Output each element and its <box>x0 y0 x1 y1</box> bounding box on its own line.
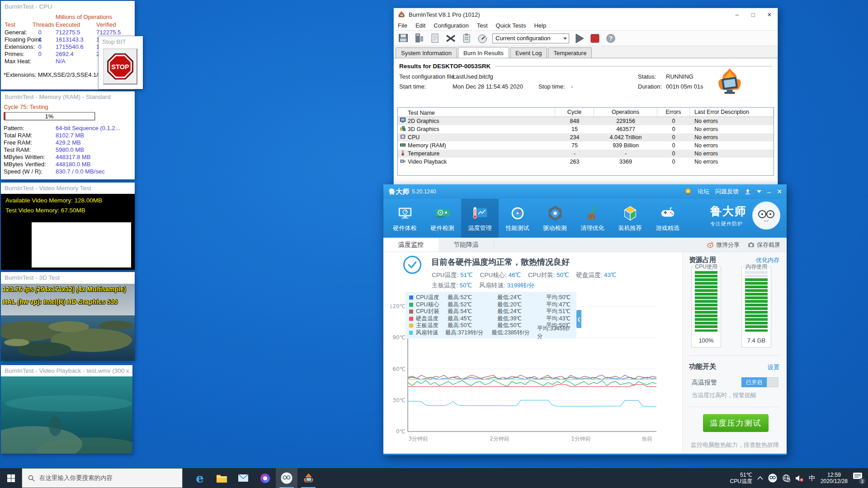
tab-temperature-monitor[interactable]: 温度监控 <box>383 238 439 252</box>
results-heading: Results for DESKTOP-0053SRK <box>399 63 491 70</box>
taskbar-paint3d[interactable] <box>254 468 276 488</box>
tab-temperature[interactable]: Temperature <box>548 47 592 58</box>
svg-text:30℃: 30℃ <box>392 397 406 404</box>
table-header-cell: Last Error Description <box>690 108 774 117</box>
results-table-body: 2D Graphics8482291560No errors3D Graphic… <box>398 117 774 166</box>
network-globe-icon[interactable] <box>782 474 790 482</box>
nav-hardware-exam[interactable]: 硬件体检 <box>386 199 424 238</box>
save-screenshot-button[interactable]: 保存截屏 <box>748 241 780 249</box>
feedback-link[interactable]: 问题反馈 <box>715 188 739 196</box>
temp-label: 风扇转速: <box>479 282 507 289</box>
errors-cell: 0 <box>657 150 690 157</box>
temperature-stress-test-button[interactable]: 温度压力测试 <box>703 414 769 432</box>
system-info-icon[interactable] <box>413 33 425 44</box>
menu-item-test[interactable]: Test <box>473 22 492 29</box>
taskbar-ludashi[interactable] <box>276 468 297 488</box>
menu-item-file[interactable]: File <box>394 22 411 29</box>
nav-games[interactable]: 游戏精选 <box>649 199 686 238</box>
cpu-window-title[interactable]: BurnInTest - CPU <box>1 1 135 12</box>
temp-label: CPU温度: <box>432 272 460 278</box>
menu-item-configuration[interactable]: Configuration <box>429 22 472 29</box>
svg-text:0℃: 0℃ <box>396 428 406 435</box>
stop-bit-window: Stop BIT STOP <box>99 36 143 89</box>
stop-test-button[interactable]: STOP <box>103 48 137 84</box>
nav-performance-test[interactable]: 性能测试 <box>499 199 536 238</box>
tab-burn-in-results[interactable]: Burn In Results <box>458 47 509 58</box>
memory-window-title[interactable]: BurnInTest - Memory (RAM) - Standard <box>1 91 135 103</box>
minimize-button[interactable]: – <box>767 188 771 196</box>
main-titlebar[interactable]: BurnInTest V8.1 Pro (1012) – □ ✕ <box>394 8 778 21</box>
tray-ludashi-icon[interactable] <box>768 474 777 483</box>
configuration-dropdown[interactable]: Current configuration <box>492 33 569 43</box>
tab-event-log[interactable]: Event Log <box>510 47 547 58</box>
menu-item-edit[interactable]: Edit <box>411 22 429 29</box>
system-tray: 51℃ CPU温度 中 12:59 2020/12/28 3 <box>730 468 868 488</box>
ime-indicator[interactable]: 中 <box>809 474 816 483</box>
stop-window-title[interactable]: Stop BIT <box>99 36 143 47</box>
nav-temperature[interactable]: 温度管理 <box>461 199 499 238</box>
mail-icon <box>238 474 249 482</box>
table-row[interactable]: 2D Graphics8482291560No errors <box>398 117 774 125</box>
sidebar-footer-text: 监控电脑散热能力，排查散热故障 <box>691 441 779 449</box>
table-row[interactable]: Temperature--0No errors <box>398 150 774 158</box>
taskbar-mail[interactable] <box>232 468 254 488</box>
table-header-cell: Errors <box>657 108 690 117</box>
nav-clean-optimize[interactable]: 清理优化 <box>574 199 611 238</box>
playback-window-title[interactable]: BurnInTest - Video Playback - test.wmv (… <box>1 365 132 376</box>
temp-label: CPU核心: <box>480 272 508 278</box>
table-row[interactable]: 3D Graphics154635770No errors <box>398 125 774 133</box>
delete-results-icon[interactable] <box>445 33 457 44</box>
report-icon[interactable] <box>429 33 441 44</box>
taskbar-search[interactable]: 在这里输入你要搜索的内容 <box>22 468 183 488</box>
legend-collapse-arrow[interactable]: ❮ <box>576 310 581 328</box>
taskbar-edge[interactable]: e <box>189 468 211 488</box>
start-tests-icon[interactable] <box>573 33 585 44</box>
errors-cell: 0 <box>657 134 690 141</box>
minimize-button[interactable]: – <box>729 9 745 21</box>
3d-window-title[interactable]: BurnInTest - 3D Test <box>1 272 135 283</box>
notification-center-button[interactable]: 3 <box>853 472 864 484</box>
ludashi-titlebar[interactable]: 鲁大师 5.20.1240 论坛 问题反馈 – ✕ <box>383 184 787 199</box>
table-row[interactable]: CPU2344.042 Trillion0No errors <box>398 133 774 141</box>
build-recommend-icon <box>622 205 639 222</box>
close-button[interactable]: ✕ <box>777 188 782 195</box>
settings-link[interactable]: 设置 <box>768 363 779 371</box>
test-name-text: Memory (RAM) <box>408 142 446 149</box>
close-button[interactable]: ✕ <box>761 9 778 21</box>
forum-link[interactable]: 论坛 <box>698 188 709 196</box>
table-row[interactable]: Memory (RAM)75939 Billion0No errors <box>398 141 774 150</box>
nav-hardware-detect[interactable]: 硬件检测 <box>424 199 461 238</box>
tab-system-information[interactable]: System Information <box>396 47 457 58</box>
nav-driver-detect[interactable]: 驱动检测 <box>536 199 574 238</box>
tray-cpu-temp[interactable]: 51℃ CPU温度 <box>730 472 752 484</box>
chevron-down-icon[interactable] <box>757 190 761 193</box>
taskbar-burnintest[interactable] <box>297 468 319 488</box>
start-button[interactable] <box>0 468 22 488</box>
gauge-icon[interactable] <box>476 33 488 44</box>
chevron-down-icon <box>563 38 567 40</box>
weibo-share-button[interactable]: 微博分享 <box>707 241 740 249</box>
high-temp-alarm-toggle[interactable]: 已开启 <box>741 377 778 387</box>
help-icon[interactable]: ? <box>605 33 617 44</box>
legend-swatch <box>409 296 413 300</box>
save-config-icon[interactable] <box>397 33 409 44</box>
test-preferences-icon[interactable] <box>461 33 472 44</box>
upload-icon[interactable] <box>745 188 751 195</box>
taskbar-file-explorer[interactable] <box>211 468 232 488</box>
volume-muted-icon[interactable] <box>795 474 804 482</box>
tray-clock[interactable]: 12:59 2020/12/28 <box>821 472 848 484</box>
video-memory-window-title[interactable]: BurnInTest - Video Memory Test <box>1 183 135 194</box>
maximize-button[interactable]: □ <box>745 9 761 21</box>
show-hidden-icons-chevron[interactable] <box>757 476 763 480</box>
table-row[interactable]: Video Playback26333690No errors <box>398 158 774 166</box>
start-time-value: Mon Dec 28 11:54:45 2020 <box>453 83 523 90</box>
ludashi-version: 5.20.1240 <box>412 188 436 195</box>
stop-tests-icon[interactable] <box>589 33 601 44</box>
tab-energy-saving[interactable]: 节能降温 <box>439 238 494 252</box>
legend-min: 最低:24℃ <box>497 308 546 315</box>
menu-item-quick-tests[interactable]: Quick Tests <box>492 22 530 29</box>
meter-bar <box>695 286 717 288</box>
menu-item-help[interactable]: Help <box>530 22 550 29</box>
nav-build-recommend[interactable]: 装机推荐 <box>611 199 649 238</box>
ludashi-title: 鲁大师 <box>389 188 409 196</box>
